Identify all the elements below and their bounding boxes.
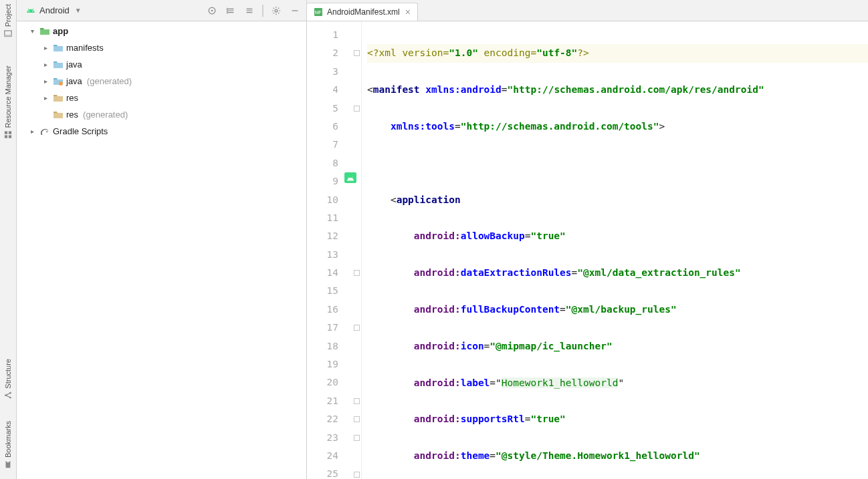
project-view-selector[interactable]: Android ▼ bbox=[26, 5, 82, 15]
editor-tab-bar: MF AndroidManifest.xml × bbox=[307, 0, 868, 21]
gradle-icon bbox=[39, 126, 50, 137]
svg-rect-3 bbox=[5, 136, 7, 138]
bookmarks-label: Bookmarks bbox=[4, 421, 12, 458]
bookmark-icon bbox=[4, 460, 12, 468]
svg-point-11 bbox=[275, 9, 278, 12]
svg-rect-17 bbox=[53, 96, 63, 102]
tree-label: app bbox=[53, 26, 68, 36]
editor-area: MF AndroidManifest.xml × 123456789101112… bbox=[307, 0, 868, 479]
tree-label: manifests bbox=[66, 43, 104, 53]
tree-label-suffix: (generated) bbox=[87, 76, 132, 86]
resource-manager-label: Resource Manager bbox=[4, 65, 12, 128]
tree-row-gradle-scripts[interactable]: ▸ Gradle Scripts bbox=[17, 123, 306, 140]
svg-text:MF: MF bbox=[315, 10, 322, 15]
fold-toggle[interactable] bbox=[354, 472, 360, 478]
project-panel-header: Android ▼ bbox=[17, 0, 306, 21]
fold-toggle[interactable] bbox=[354, 50, 360, 56]
collapse-all-button[interactable] bbox=[242, 3, 257, 18]
res-folder-icon bbox=[53, 93, 64, 104]
structure-label: Structure bbox=[4, 359, 12, 389]
folder-icon bbox=[53, 43, 64, 53]
android-gutter-icon[interactable] bbox=[344, 172, 357, 183]
left-tool-strip: Project Resource Manager Structure Bookm… bbox=[0, 0, 17, 479]
chevron-down-icon: ▼ bbox=[75, 7, 82, 14]
resource-manager-icon bbox=[4, 131, 12, 139]
svg-point-10 bbox=[211, 9, 213, 11]
fold-toggle[interactable] bbox=[354, 106, 360, 112]
tree-label: res bbox=[66, 110, 78, 120]
chevron-right-icon: ▸ bbox=[41, 94, 50, 102]
svg-rect-18 bbox=[53, 113, 63, 118]
tree-row-res-generated[interactable]: ▸ res (generated) bbox=[17, 106, 306, 123]
chevron-right-icon: ▸ bbox=[27, 128, 37, 135]
chevron-right-icon: ▸ bbox=[41, 61, 50, 68]
chevron-right-icon: ▸ bbox=[41, 77, 50, 85]
chevron-right-icon: ▸ bbox=[41, 44, 50, 51]
svg-rect-1 bbox=[5, 35, 11, 37]
settings-button[interactable] bbox=[269, 3, 284, 18]
fold-toggle[interactable] bbox=[354, 270, 360, 276]
hide-panel-button[interactable] bbox=[288, 3, 302, 18]
project-tree[interactable]: ▾ app ▸ manifests ▸ java bbox=[17, 21, 306, 479]
manifest-file-icon: MF bbox=[314, 7, 323, 17]
project-panel: Android ▼ ▾ bbox=[17, 0, 307, 479]
line-numbers: 1234567891011121314151617181920212223242… bbox=[307, 21, 361, 479]
tree-row-java-generated[interactable]: ▸ java (generated) bbox=[17, 73, 306, 90]
chevron-down-icon: ▾ bbox=[27, 27, 37, 35]
tree-label: res bbox=[66, 93, 78, 103]
close-tab-button[interactable]: × bbox=[404, 7, 412, 17]
project-tool-label: Project bbox=[4, 4, 12, 27]
structure-icon bbox=[4, 391, 12, 400]
folder-icon bbox=[53, 59, 64, 70]
tree-row-java[interactable]: ▸ java bbox=[17, 56, 306, 73]
tree-row-res[interactable]: ▸ res bbox=[17, 90, 306, 106]
svg-rect-12 bbox=[40, 29, 49, 35]
tree-label-suffix: (generated) bbox=[83, 110, 128, 120]
resource-manager-tool-button[interactable]: Resource Manager bbox=[4, 61, 12, 143]
tree-label: Gradle Scripts bbox=[53, 126, 108, 136]
svg-rect-13 bbox=[53, 46, 63, 51]
android-icon bbox=[26, 6, 35, 15]
project-view-name: Android bbox=[39, 5, 70, 15]
app-root: Project Resource Manager Structure Bookm… bbox=[0, 0, 868, 479]
select-opened-file-button[interactable] bbox=[205, 3, 219, 18]
svg-rect-4 bbox=[9, 132, 11, 134]
editor-tab-label: AndroidManifest.xml bbox=[327, 7, 400, 17]
module-icon bbox=[39, 26, 50, 37]
svg-rect-14 bbox=[53, 63, 63, 68]
fold-toggle[interactable] bbox=[354, 325, 360, 331]
svg-point-16 bbox=[59, 82, 63, 86]
fold-toggle[interactable] bbox=[354, 398, 360, 404]
separator bbox=[262, 5, 263, 17]
svg-rect-2 bbox=[9, 136, 11, 138]
tree-row-manifests[interactable]: ▸ manifests bbox=[17, 39, 306, 56]
res-folder-icon bbox=[53, 110, 64, 120]
project-tool-window-button[interactable]: Project bbox=[4, 0, 12, 41]
svg-rect-5 bbox=[5, 132, 7, 134]
project-icon bbox=[4, 29, 12, 37]
tree-label: java bbox=[66, 59, 82, 69]
fold-toggle[interactable] bbox=[354, 416, 360, 422]
structure-tool-button[interactable]: Structure bbox=[4, 355, 12, 404]
tree-label: java bbox=[66, 76, 82, 86]
code-editor[interactable]: 1234567891011121314151617181920212223242… bbox=[307, 21, 868, 479]
bookmarks-tool-button[interactable]: Bookmarks bbox=[4, 417, 12, 472]
expand-all-button[interactable] bbox=[223, 3, 238, 18]
editor-tab-manifest[interactable]: MF AndroidManifest.xml × bbox=[307, 3, 418, 21]
code-lines[interactable]: <?xml version="1.0" encoding="utf-8"?> <… bbox=[362, 21, 868, 479]
gutter: 1234567891011121314151617181920212223242… bbox=[307, 21, 362, 479]
tree-row-app[interactable]: ▾ app bbox=[17, 23, 306, 39]
generated-folder-icon bbox=[53, 76, 64, 87]
fold-toggle[interactable] bbox=[354, 435, 360, 441]
